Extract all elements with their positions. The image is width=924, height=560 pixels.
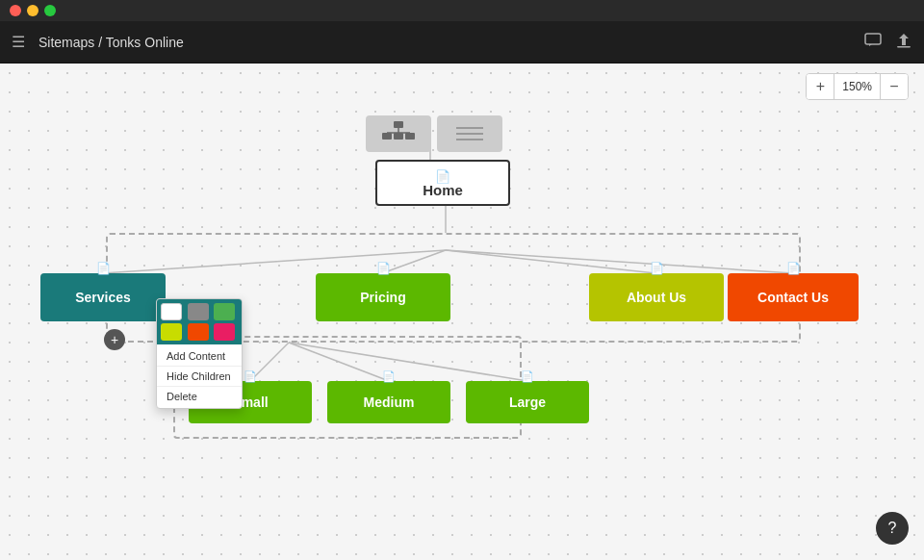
- traffic-light-red[interactable]: [10, 5, 21, 16]
- svg-line-10: [289, 343, 527, 381]
- swatch-gray[interactable]: [188, 303, 209, 320]
- zoom-value: 150%: [834, 74, 881, 99]
- app-header: ☰ Sitemaps / Tonks Online: [0, 21, 924, 64]
- services-page-icon: 📄: [96, 262, 111, 275]
- canvas[interactable]: + 150% −: [0, 64, 924, 560]
- pricing-label: Pricing: [360, 290, 405, 305]
- svg-line-9: [289, 343, 389, 381]
- contact-page-icon: 📄: [786, 262, 801, 275]
- swatch-pink[interactable]: [214, 323, 235, 341]
- traffic-light-yellow[interactable]: [27, 5, 38, 16]
- about-node[interactable]: 📄 About Us: [589, 273, 724, 321]
- zoom-out-button[interactable]: −: [881, 74, 908, 99]
- help-button[interactable]: ?: [876, 512, 909, 545]
- toolbar-sitemap-icon: [366, 115, 431, 152]
- swatch-orange[interactable]: [188, 323, 209, 341]
- svg-rect-12: [382, 133, 392, 140]
- home-page-icon: 📄: [435, 169, 450, 184]
- large-page-icon: 📄: [521, 370, 534, 383]
- pricing-node[interactable]: 📄 Pricing: [316, 273, 450, 321]
- pricing-page-icon: 📄: [376, 262, 391, 275]
- add-child-button[interactable]: +: [104, 329, 125, 350]
- about-label: About Us: [627, 290, 686, 305]
- swatch-green[interactable]: [214, 303, 235, 320]
- services-node[interactable]: 📄 Services: [40, 273, 166, 321]
- delete-item[interactable]: Delete: [157, 387, 242, 406]
- svg-rect-11: [394, 121, 403, 128]
- small-page-icon: 📄: [244, 370, 257, 383]
- export-icon[interactable]: [895, 32, 912, 53]
- comment-icon[interactable]: [864, 33, 882, 52]
- home-node[interactable]: 📄 Home: [375, 160, 510, 206]
- medium-node[interactable]: 📄 Medium: [327, 381, 450, 423]
- node-toolbar: [366, 115, 502, 152]
- header-icons: [864, 32, 912, 53]
- svg-line-6: [446, 250, 655, 273]
- svg-rect-14: [405, 133, 415, 140]
- svg-rect-13: [394, 133, 403, 140]
- large-label: Large: [509, 395, 546, 410]
- context-menu-items: Add Content Hide Children Delete: [157, 344, 242, 408]
- contact-label: Contact Us: [757, 290, 829, 305]
- svg-rect-0: [865, 34, 881, 44]
- zoom-in-button[interactable]: +: [807, 74, 834, 99]
- traffic-light-green[interactable]: [44, 5, 56, 16]
- app-title: Sitemaps / Tonks Online: [38, 35, 864, 50]
- contact-node[interactable]: 📄 Contact Us: [728, 273, 859, 321]
- hide-children-item[interactable]: Hide Children: [157, 367, 242, 386]
- titlebar: [0, 0, 924, 21]
- about-page-icon: 📄: [650, 262, 664, 275]
- medium-label: Medium: [364, 395, 415, 410]
- svg-line-5: [382, 250, 446, 273]
- svg-line-4: [103, 250, 446, 273]
- svg-line-7: [446, 250, 793, 273]
- swatch-white[interactable]: [161, 303, 182, 320]
- swatch-lime[interactable]: [161, 323, 182, 341]
- hamburger-icon[interactable]: ☰: [12, 33, 25, 51]
- large-node[interactable]: 📄 Large: [466, 381, 589, 423]
- medium-page-icon: 📄: [382, 370, 396, 383]
- add-content-item[interactable]: Add Content: [157, 346, 242, 366]
- toolbar-list-icon: [437, 115, 502, 152]
- color-swatches: [157, 299, 242, 344]
- zoom-controls: + 150% −: [806, 73, 909, 100]
- svg-rect-1: [897, 46, 911, 48]
- services-label: Services: [75, 290, 131, 305]
- context-menu: Add Content Hide Children Delete: [156, 298, 243, 409]
